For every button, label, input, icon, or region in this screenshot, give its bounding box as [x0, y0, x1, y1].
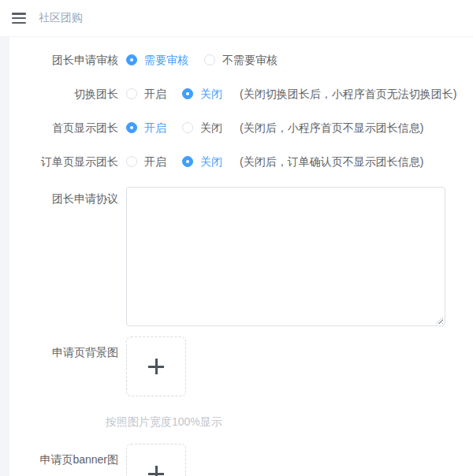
bg-image-content [126, 337, 186, 396]
radio-home-show-off[interactable]: 关闭 [182, 119, 222, 136]
radio-unchecked-icon [126, 88, 137, 99]
apply-audit-options: 需要审核 不需要审核 [126, 51, 293, 69]
form-row-switch-leader: 切换团长 开启 关闭 (关闭切换团长后，小程序首页无法切换团长) [9, 85, 473, 102]
screen: 社区团购 团长申请审核 需要审核 不需要审核 [0, 0, 473, 476]
apply-audit-label: 团长申请审核 [9, 51, 126, 69]
form-row-apply-audit: 团长申请审核 需要审核 不需要审核 [9, 51, 473, 69]
plus-icon [148, 359, 164, 374]
bg-image-hint: 按照图片宽度100%显示 [106, 414, 473, 430]
home-show-leader-hint: (关闭后，小程序首页不显示团长信息) [240, 119, 423, 136]
radio-order-show-off[interactable]: 关闭 [182, 153, 222, 170]
radio-checked-icon [182, 156, 193, 167]
radio-switch-off[interactable]: 关闭 [182, 85, 222, 102]
form-row-bg-image: 申请页背景图 [9, 337, 473, 396]
breadcrumb: 社区团购 [39, 11, 83, 25]
hamburger-menu-icon[interactable] [12, 13, 26, 24]
order-show-leader-options: 开启 关闭 (关闭后，订单确认页不显示团长信息) [126, 153, 423, 170]
radio-switch-on[interactable]: 开启 [126, 85, 166, 102]
radio-checked-icon [126, 122, 137, 133]
form-row-home-show-leader: 首页显示团长 开启 关闭 (关闭后，小程序首页不显示团长信息) [9, 119, 473, 136]
radio-home-show-on[interactable]: 开启 [126, 119, 166, 136]
breadcrumb-item: 社区团购 [39, 11, 83, 24]
plus-icon [148, 466, 164, 476]
switch-leader-label: 切换团长 [9, 85, 126, 102]
upload-bg-image-button[interactable] [126, 337, 186, 396]
form-row-banner-image: 申请页banner图 [9, 444, 473, 476]
radio-no-audit[interactable]: 不需要审核 [204, 51, 277, 69]
home-show-leader-options: 开启 关闭 (关闭后，小程序首页不显示团长信息) [126, 119, 423, 136]
order-show-leader-hint: (关闭后，订单确认页不显示团长信息) [240, 153, 423, 170]
radio-unchecked-icon [126, 156, 137, 167]
radio-order-show-on[interactable]: 开启 [126, 153, 166, 170]
bg-image-label: 申请页背景图 [9, 337, 126, 361]
agreement-textarea[interactable] [126, 187, 445, 326]
radio-unchecked-icon [182, 122, 193, 133]
hamburger-bar [12, 17, 26, 20]
radio-checked-icon [182, 88, 193, 99]
home-show-leader-label: 首页显示团长 [9, 119, 126, 136]
radio-need-audit[interactable]: 需要审核 [126, 51, 188, 69]
banner-image-label: 申请页banner图 [9, 444, 126, 468]
switch-leader-options: 开启 关闭 (关闭切换团长后，小程序首页无法切换团长) [126, 85, 456, 102]
topbar: 社区团购 [0, 0, 473, 37]
agreement-content [126, 187, 445, 326]
radio-unchecked-icon [204, 54, 215, 65]
switch-leader-hint: (关闭切换团长后，小程序首页无法切换团长) [240, 85, 456, 102]
page-background: 团长申请审核 需要审核 不需要审核 切换团长 [0, 37, 473, 476]
banner-image-content [126, 444, 186, 476]
bg-image-hint-row: 按照图片宽度100%显示 [9, 414, 473, 430]
form-row-order-show-leader: 订单页显示团长 开启 关闭 (关闭后，订单确认页不显示团长信息) [9, 153, 473, 170]
order-show-leader-label: 订单页显示团长 [9, 153, 126, 170]
upload-banner-image-button[interactable] [126, 444, 186, 476]
agreement-textarea-wrap [126, 187, 445, 326]
radio-checked-icon [126, 54, 137, 65]
form-row-agreement: 团长申请协议 [9, 187, 473, 326]
settings-card: 团长申请审核 需要审核 不需要审核 切换团长 [9, 37, 473, 476]
agreement-label: 团长申请协议 [9, 187, 126, 207]
hamburger-bar [12, 13, 26, 15]
hamburger-bar [12, 22, 26, 24]
